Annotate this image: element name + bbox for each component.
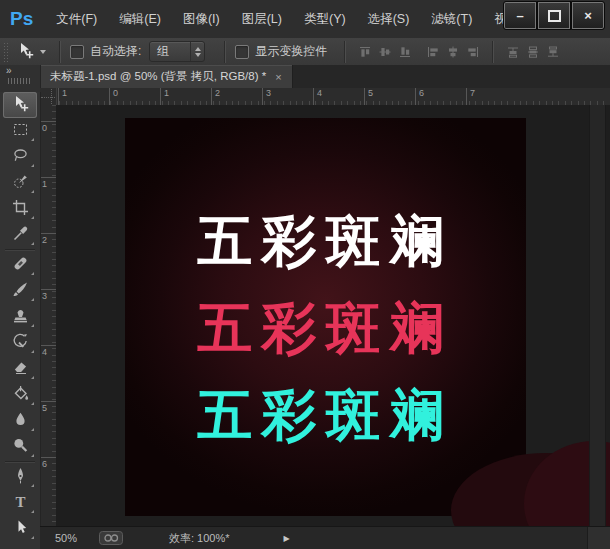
move-icon <box>12 95 29 116</box>
move-tool[interactable] <box>3 92 37 118</box>
menu-item[interactable]: 滤镜(T) <box>420 11 483 28</box>
history-brush-tool[interactable] <box>3 330 37 356</box>
crop-icon <box>12 199 29 220</box>
spot-healing-tool[interactable] <box>3 252 37 278</box>
ruler-tick-label: 2 <box>40 233 56 245</box>
align-buttons <box>355 41 563 63</box>
type-tool[interactable]: T <box>3 490 37 516</box>
flyout-triangle-icon <box>31 428 34 431</box>
menu-item[interactable]: 选择(S) <box>357 11 421 28</box>
toolbar-grip[interactable] <box>8 78 32 84</box>
quickselect-icon <box>12 173 29 194</box>
dodge-icon <box>12 437 29 458</box>
spinner-icon <box>190 42 204 61</box>
svg-text:T: T <box>15 493 25 509</box>
auto-select-value: 组 <box>150 43 190 60</box>
blur-tool[interactable] <box>3 408 37 434</box>
menu-item[interactable]: 编辑(E) <box>108 11 172 28</box>
close-button[interactable]: × <box>571 1 605 30</box>
ruler-tick-label: 1 <box>160 88 169 105</box>
dodge-tool[interactable] <box>3 434 37 460</box>
flyout-triangle-icon <box>31 190 34 193</box>
align-left-icon[interactable] <box>426 45 440 59</box>
status-expand-icon[interactable]: ▶ <box>284 534 290 543</box>
efficiency-status: 效率: 100%* <box>169 531 230 546</box>
align-top-icon[interactable] <box>358 45 372 59</box>
divider <box>492 41 494 63</box>
chevron-down-icon[interactable] <box>40 50 46 54</box>
vertical-scrollbar[interactable] <box>589 105 606 527</box>
pen-icon <box>12 467 29 488</box>
eyedropper-tool[interactable] <box>3 222 37 248</box>
ruler-tick-label: 4 <box>313 88 322 105</box>
ruler-tick-label: 7 <box>466 88 475 105</box>
ruler-tick-label: 1 <box>40 177 56 189</box>
auto-select-dropdown[interactable]: 组 <box>149 41 205 62</box>
flyout-triangle-icon <box>31 484 34 487</box>
show-transform-label: 显示变换控件 <box>255 43 327 60</box>
flyout-triangle-icon <box>31 454 34 457</box>
auto-select-checkbox[interactable] <box>70 45 84 59</box>
tools-panel: T <box>0 92 41 549</box>
distribute-top-icon[interactable] <box>506 45 520 59</box>
lasso-tool[interactable] <box>3 144 37 170</box>
distribute-vcenter-icon[interactable] <box>526 45 540 59</box>
ruler-tick-label: 4 <box>40 345 56 357</box>
flyout-triangle-icon <box>31 376 34 379</box>
document-tab[interactable]: 未标题-1.psd @ 50% (背景 拷贝, RGB/8) * × <box>40 65 293 88</box>
ruler-tick-label: 5 <box>40 401 56 413</box>
distribute-bottom-icon[interactable] <box>546 45 560 59</box>
maximize-button[interactable] <box>537 1 571 30</box>
pen-tool[interactable] <box>3 464 37 490</box>
close-icon: × <box>584 8 592 23</box>
horizontal-ruler[interactable]: 101234567 <box>40 88 610 106</box>
menu-bar: Ps 文件(F)编辑(E)图像(I)图层(L)类型(Y)选择(S)滤镜(T)视图… <box>0 0 610 39</box>
menu-item[interactable]: 图像(I) <box>172 11 231 28</box>
align-bottom-icon[interactable] <box>398 45 412 59</box>
status-bar: 50% 效率: 100%* ▶ <box>40 526 610 549</box>
photoshop-logo: Ps <box>0 8 45 30</box>
marquee-tool[interactable] <box>3 118 37 144</box>
menu-list: 文件(F)编辑(E)图像(I)图层(L)类型(Y)选择(S)滤镜(T)视图(V)… <box>45 0 507 38</box>
paint-bucket-tool[interactable] <box>3 382 37 408</box>
tab-close-icon[interactable]: × <box>275 71 281 83</box>
menu-item[interactable]: 类型(Y) <box>293 11 357 28</box>
ruler-tick-label: 0 <box>40 121 56 133</box>
eraser-tool[interactable] <box>3 356 37 382</box>
ruler-tick-label: 6 <box>40 457 56 469</box>
canvas[interactable]: 五彩斑斓五彩斑斓五彩斑斓 <box>125 118 526 516</box>
vertical-ruler[interactable]: 0123456 <box>40 105 57 527</box>
brush-tool[interactable] <box>3 278 37 304</box>
divider <box>59 41 61 63</box>
photoshop-window: Ps 文件(F)编辑(E)图像(I)图层(L)类型(Y)选择(S)滤镜(T)视图… <box>0 0 610 549</box>
resize-grip[interactable] <box>587 527 610 549</box>
maximize-icon <box>548 10 561 22</box>
show-transform-checkbox[interactable] <box>235 45 249 59</box>
align-right-icon[interactable] <box>466 45 480 59</box>
align-hcenter-icon[interactable] <box>446 45 460 59</box>
document-tab-bar: 未标题-1.psd @ 50% (背景 拷贝, RGB/8) * × <box>0 65 610 89</box>
path-select-tool[interactable] <box>3 516 37 542</box>
zoom-level-field[interactable]: 50% <box>40 532 93 544</box>
auto-select-label: 自动选择: <box>90 43 141 60</box>
collapse-panel-icon[interactable]: » <box>0 65 40 76</box>
ruler-tick-label: 1 <box>58 88 67 105</box>
minimize-button[interactable]: – <box>503 1 537 30</box>
select-icon <box>12 519 29 540</box>
menu-item[interactable]: 文件(F) <box>45 11 108 28</box>
clone-stamp-tool[interactable] <box>3 304 37 330</box>
crop-tool[interactable] <box>3 196 37 222</box>
quick-select-tool[interactable] <box>3 170 37 196</box>
menu-item[interactable]: 图层(L) <box>231 11 293 28</box>
align-vcenter-icon[interactable] <box>378 45 392 59</box>
options-grip[interactable] <box>3 42 9 62</box>
minimize-icon: – <box>516 8 523 23</box>
status-sync-icon[interactable] <box>99 531 123 545</box>
toolbar-header: » <box>0 65 41 92</box>
flyout-triangle-icon <box>31 350 34 353</box>
move-tool-preset-icon <box>17 42 34 62</box>
ruler-tick-label: 3 <box>40 289 56 301</box>
canvas-text-line: 五彩斑斓 <box>125 388 526 443</box>
ruler-origin-corner[interactable] <box>40 88 57 105</box>
heal-icon <box>12 255 29 276</box>
